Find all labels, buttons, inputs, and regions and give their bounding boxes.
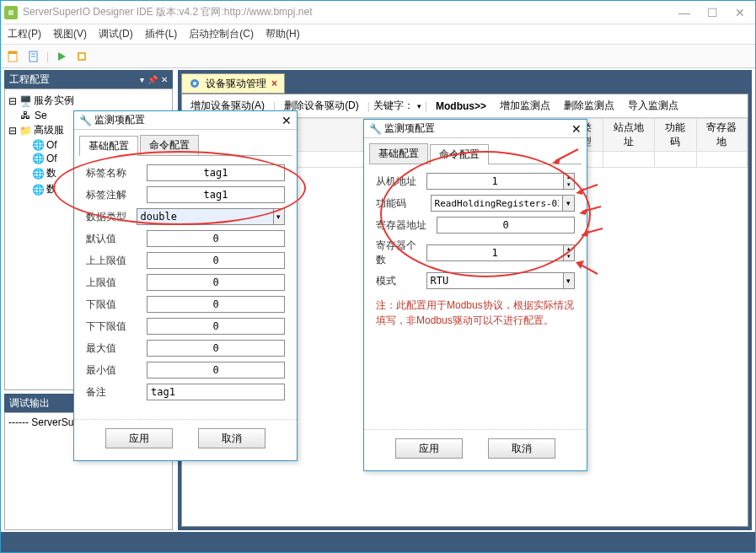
col-func[interactable]: 功能码 <box>654 119 696 152</box>
tab-basic[interactable]: 基础配置 <box>79 136 138 156</box>
debug-line: ------ ServerSup <box>8 416 79 428</box>
dialog-close-icon[interactable]: ✕ <box>571 122 582 136</box>
import-point-button[interactable]: 导入监测点 <box>623 97 684 115</box>
low-label: 下限值 <box>86 298 147 312</box>
low-input[interactable] <box>147 296 285 313</box>
expand-icon[interactable]: ⊟ <box>8 95 17 107</box>
slave-addr-label: 从机地址 <box>376 174 426 189</box>
dialog-icon: 🔧 <box>369 123 381 135</box>
tree-item[interactable]: Of <box>46 153 57 164</box>
close-button[interactable]: ✕ <box>735 6 745 19</box>
dialog-title: 监测项配置 <box>94 113 145 127</box>
upup-label: 上上限值 <box>86 254 147 268</box>
minimize-button[interactable]: — <box>678 6 690 19</box>
toolbar: | <box>1 45 755 68</box>
func-code-select[interactable] <box>431 195 563 212</box>
chevron-down-icon[interactable]: ▾ <box>564 272 575 289</box>
data-type-label: 数据类型 <box>86 210 137 224</box>
dialog-close-icon[interactable]: ✕ <box>281 114 292 127</box>
tree-root[interactable]: 服务实例 <box>34 94 74 108</box>
reg-addr-input[interactable] <box>437 217 575 234</box>
reg-count-input[interactable] <box>426 244 564 261</box>
del-point-button[interactable]: 删除监测点 <box>559 97 619 115</box>
menubar: 工程(P) 视图(V) 调试(D) 插件(L) 启动控制台(C) 帮助(H) <box>1 24 755 45</box>
mode-select[interactable] <box>426 272 564 289</box>
window-title: ServerSuperIO Designer IDE 版本:v4.2 官网:ht… <box>23 5 678 19</box>
tree-item[interactable]: 高级服 <box>34 123 64 137</box>
panel-close-icon[interactable]: ✕ <box>161 75 168 84</box>
func-code-label: 功能码 <box>376 196 431 211</box>
server-icon: 🖧 <box>20 110 32 121</box>
menu-plugin[interactable]: 插件(L) <box>145 27 178 41</box>
tab-close-icon[interactable]: × <box>271 78 277 89</box>
toolbar-stop-icon[interactable] <box>74 49 89 64</box>
tag-name-label: 标签名称 <box>86 166 147 180</box>
project-panel-header: 工程配置 ▾ 📌 ✕ <box>4 70 173 89</box>
min-input[interactable] <box>147 362 285 379</box>
debug-panel-title: 调试输出 <box>9 396 50 411</box>
col-station[interactable]: 站点地址 <box>603 119 655 152</box>
toolbar-run-icon[interactable] <box>54 49 69 64</box>
svg-rect-3 <box>8 51 17 54</box>
default-input[interactable] <box>147 230 285 247</box>
expand-icon[interactable]: ⊟ <box>8 125 17 137</box>
tree-item[interactable]: Of <box>46 139 57 151</box>
tag-note-input[interactable] <box>147 186 285 203</box>
panel-dropdown-icon[interactable]: ▾ <box>140 75 144 84</box>
svg-point-10 <box>193 82 196 85</box>
data-type-select[interactable] <box>137 208 274 225</box>
tree-item[interactable]: Se <box>35 110 47 121</box>
globe-icon: 🌐 <box>32 139 44 151</box>
col-reg[interactable]: 寄存器地 <box>696 119 748 152</box>
cancel-button[interactable]: 取消 <box>198 428 265 448</box>
menu-project[interactable]: 工程(P) <box>8 27 41 41</box>
modbus-button[interactable]: Modbus>> <box>431 99 491 114</box>
menu-console[interactable]: 启动控制台(C) <box>189 27 254 41</box>
panel-pin-icon[interactable]: 📌 <box>147 75 158 84</box>
tab-basic[interactable]: 基础配置 <box>369 143 428 164</box>
default-label: 默认值 <box>86 232 147 246</box>
statusbar <box>1 532 755 552</box>
upup-input[interactable] <box>147 252 285 269</box>
max-input[interactable] <box>147 340 285 357</box>
keyword-dropdown-icon[interactable]: ▾ <box>417 102 421 110</box>
spinner[interactable]: ▴▾ <box>564 244 575 261</box>
document-tab[interactable]: 设备驱动管理 × <box>181 73 285 94</box>
add-point-button[interactable]: 增加监测点 <box>495 97 555 115</box>
up-input[interactable] <box>147 274 285 291</box>
lowlow-input[interactable] <box>147 318 285 335</box>
chevron-down-icon[interactable]: ▾ <box>274 208 285 225</box>
toolbar-doc-icon[interactable] <box>26 49 41 64</box>
reg-addr-label: 寄存器地址 <box>376 218 437 233</box>
globe-icon: 🌐 <box>32 184 44 196</box>
menu-debug[interactable]: 调试(D) <box>99 27 133 41</box>
tab-command[interactable]: 命令配置 <box>140 135 199 155</box>
menu-help[interactable]: 帮助(H) <box>265 27 300 41</box>
tag-note-label: 标签注解 <box>86 188 147 202</box>
apply-button[interactable]: 应用 <box>105 428 173 448</box>
spinner[interactable]: ▴▾ <box>564 173 575 190</box>
tag-name-input[interactable] <box>147 164 285 181</box>
tree-item[interactable]: 数 <box>46 166 56 180</box>
tab-command[interactable]: 命令配置 <box>430 144 489 164</box>
keyword-label: 关键字： <box>373 99 414 113</box>
svg-rect-8 <box>78 53 85 60</box>
slave-addr-input[interactable] <box>426 173 564 190</box>
maximize-button[interactable]: ☐ <box>707 6 718 19</box>
tree-item[interactable]: 数 <box>46 182 56 196</box>
remark-input[interactable] <box>147 384 285 400</box>
up-label: 上限值 <box>86 276 147 290</box>
monitor-config-dialog-basic: 🔧 监测项配置 ✕ 基础配置 命令配置 标签名称 标签注解 数据类型▾ 默认值 … <box>73 110 298 461</box>
reg-count-label: 寄存器个数 <box>376 239 426 267</box>
cancel-button[interactable]: 取消 <box>488 438 555 459</box>
folder-icon: 🖥️ <box>19 95 31 107</box>
remark-label: 备注 <box>86 385 147 400</box>
max-label: 最大值 <box>86 341 147 356</box>
project-panel-title: 工程配置 <box>9 72 50 87</box>
toolbar-new-icon[interactable] <box>6 49 21 64</box>
chevron-down-icon[interactable]: ▾ <box>563 195 575 212</box>
apply-button[interactable]: 应用 <box>395 438 463 459</box>
tab-label: 设备驱动管理 <box>206 77 266 91</box>
globe-icon: 🌐 <box>32 168 44 180</box>
menu-view[interactable]: 视图(V) <box>53 27 87 41</box>
